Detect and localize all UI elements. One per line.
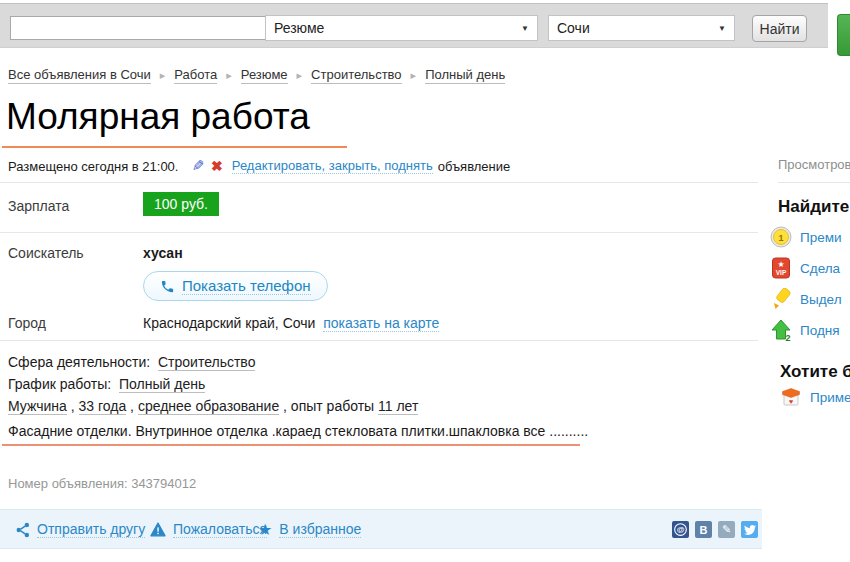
chevron-down-icon: ▼ bbox=[718, 24, 726, 33]
ad-page: Резюме ▼ Сочи ▼ Найти Все объявления в С… bbox=[0, 0, 850, 562]
lj-pencil-glyph: ✎ bbox=[722, 523, 731, 536]
divider bbox=[778, 182, 850, 183]
city-select-value: Сочи bbox=[557, 20, 590, 36]
applicant-label: Соискатель bbox=[8, 245, 84, 261]
salary-label: Зарплата bbox=[8, 198, 69, 214]
show-phone-label: Показать телефон bbox=[182, 277, 311, 295]
mailru-icon[interactable]: @ bbox=[672, 521, 689, 538]
chevron-down-icon: ▼ bbox=[521, 24, 529, 33]
promo-heading: Найдите bbox=[778, 197, 849, 217]
promo-item-raise[interactable]: 2 Подня bbox=[770, 319, 840, 341]
send-to-friend-link[interactable]: Отправить другу bbox=[37, 521, 145, 538]
category-select[interactable]: Резюме ▼ bbox=[265, 15, 538, 41]
sell-faster-heading: Хотите б bbox=[780, 362, 850, 382]
divider bbox=[0, 232, 758, 233]
report-ad-link[interactable]: Пожаловаться bbox=[173, 521, 267, 538]
find-button[interactable]: Найти bbox=[752, 15, 807, 42]
search-input[interactable] bbox=[10, 16, 266, 40]
promo-item-highlight-link[interactable]: Выдел bbox=[800, 292, 842, 307]
premium-coin-icon: 1 bbox=[770, 226, 792, 248]
vk-icon[interactable]: B bbox=[695, 521, 712, 538]
svg-text:★: ★ bbox=[777, 260, 784, 269]
share-icon bbox=[16, 522, 30, 538]
promo-item-raise-link[interactable]: Подня bbox=[800, 323, 840, 338]
category-select-value: Резюме bbox=[274, 20, 324, 36]
breadcrumb-item-construction[interactable]: Строительство bbox=[311, 67, 401, 84]
post-ad-button[interactable] bbox=[837, 14, 850, 56]
gift-box-icon: ♥ bbox=[780, 386, 802, 408]
svg-text:1: 1 bbox=[778, 233, 783, 243]
breadcrumb-arrow-icon: ▸ bbox=[226, 69, 232, 82]
breadcrumb-arrow-icon: ▸ bbox=[297, 69, 303, 82]
schedule-label: График работы: bbox=[8, 376, 111, 392]
education-link[interactable]: среднее образование bbox=[138, 398, 279, 415]
posted-text: Размещено сегодня в 21:00. bbox=[8, 159, 178, 174]
vip-badge-icon: ★ VIP bbox=[770, 257, 792, 279]
close-x-icon[interactable]: ✖ bbox=[211, 158, 223, 174]
separator: , bbox=[130, 398, 138, 414]
svg-text:@: @ bbox=[677, 525, 685, 534]
city-select[interactable]: Сочи ▼ bbox=[548, 15, 735, 41]
schedule-row: График работы: Полный день bbox=[8, 373, 418, 395]
promo-item-premium[interactable]: 1 Преми bbox=[770, 226, 842, 248]
divider bbox=[0, 182, 758, 183]
breadcrumb-item-resume[interactable]: Резюме bbox=[241, 67, 288, 84]
promo-item-premium-link[interactable]: Преми bbox=[800, 230, 842, 245]
page-title: Молярная работа bbox=[6, 96, 310, 138]
promo-item-vip[interactable]: ★ VIP Сдела bbox=[770, 257, 840, 279]
add-to-favorites[interactable]: ★ В избранное bbox=[258, 521, 361, 538]
vk-letter-glyph: B bbox=[700, 524, 708, 536]
edit-pencil-icon[interactable]: ✎ bbox=[192, 157, 205, 175]
separator: , bbox=[71, 398, 79, 414]
divider bbox=[0, 340, 758, 341]
separator: , bbox=[283, 398, 291, 414]
title-underline bbox=[2, 146, 347, 148]
city-value-text: Краснодарский край, Сочи bbox=[143, 315, 315, 331]
search-bar: Резюме ▼ Сочи ▼ Найти bbox=[0, 3, 828, 48]
send-to-friend[interactable]: Отправить другу bbox=[16, 521, 145, 538]
favorites-link[interactable]: В избранное bbox=[279, 521, 361, 538]
twitter-icon[interactable] bbox=[741, 521, 758, 538]
posted-row: Размещено сегодня в 21:00. ✎ ✖ Редактиро… bbox=[8, 157, 510, 175]
apply-package-link[interactable]: Приме bbox=[810, 390, 850, 405]
sphere-label: Сфера деятельности: bbox=[8, 354, 150, 370]
warning-triangle-icon bbox=[150, 522, 166, 537]
star-icon: ★ bbox=[258, 522, 272, 538]
gender-link[interactable]: Мужчина bbox=[8, 398, 67, 415]
ad-description: Фасадние отделки. Внутринное отделка .ка… bbox=[8, 423, 588, 439]
report-ad[interactable]: Пожаловаться bbox=[150, 521, 267, 538]
schedule-link[interactable]: Полный день bbox=[119, 376, 205, 393]
experience-label: опыт работы bbox=[291, 398, 374, 414]
breadcrumb: Все объявления в Сочи ▸ Работа ▸ Резюме … bbox=[8, 67, 505, 84]
promo-item-vip-link[interactable]: Сдела bbox=[800, 261, 840, 276]
breadcrumb-item-work[interactable]: Работа bbox=[174, 67, 217, 84]
ad-number: Номер объявления: 343794012 bbox=[8, 476, 196, 491]
manage-ad-links[interactable]: Редактировать, закрыть, поднять bbox=[232, 158, 433, 174]
description-underline bbox=[2, 444, 580, 446]
views-counter: Просмотров: bbox=[778, 157, 850, 172]
raise-arrow-icon: 2 bbox=[770, 319, 792, 341]
promo-item-highlight[interactable]: Выдел bbox=[770, 288, 842, 310]
svg-text:2: 2 bbox=[786, 333, 791, 342]
svg-text:VIP: VIP bbox=[776, 269, 787, 276]
breadcrumb-item-all-ads[interactable]: Все объявления в Сочи bbox=[8, 67, 151, 84]
sphere-link[interactable]: Строительство bbox=[158, 354, 255, 371]
sphere-row: Сфера деятельности: Строительство bbox=[8, 351, 418, 373]
breadcrumb-item-fullday[interactable]: Полный день bbox=[425, 67, 505, 84]
ad-params: Сфера деятельности: Строительство График… bbox=[8, 351, 418, 417]
experience-link[interactable]: 11 лет bbox=[378, 398, 418, 415]
manage-suffix-text: объявление bbox=[438, 159, 511, 174]
show-phone-button[interactable]: Показать телефон bbox=[143, 271, 328, 301]
phone-icon bbox=[160, 279, 175, 294]
breadcrumb-arrow-icon: ▸ bbox=[160, 69, 166, 82]
salary-badge: 100 руб. bbox=[143, 192, 219, 216]
highlighter-icon bbox=[770, 288, 792, 310]
svg-text:♥: ♥ bbox=[789, 398, 793, 405]
apply-package-item[interactable]: ♥ Приме bbox=[780, 386, 850, 408]
age-link[interactable]: 33 года bbox=[79, 398, 127, 415]
breadcrumb-arrow-icon: ▸ bbox=[411, 69, 417, 82]
livejournal-icon[interactable]: ✎ bbox=[718, 521, 735, 538]
mailru-at-glyph: @ bbox=[673, 522, 688, 537]
show-on-map-link[interactable]: показать на карте bbox=[323, 315, 439, 332]
city-value: Краснодарский край, Сочи показать на кар… bbox=[143, 315, 439, 331]
